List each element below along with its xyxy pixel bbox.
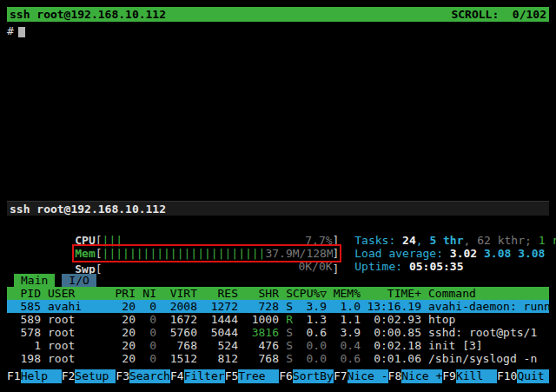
col-pid[interactable]: PID bbox=[7, 287, 41, 300]
pri-value: 20 bbox=[109, 339, 136, 352]
load-1min: 3.02 bbox=[450, 247, 477, 260]
htop-tabs: Main I/O bbox=[7, 274, 549, 287]
col-mem[interactable]: MEM% bbox=[327, 287, 361, 300]
time-value: 13:16.19 bbox=[361, 300, 421, 313]
fkey-sortby[interactable]: F6SortBy bbox=[279, 369, 334, 383]
fkey-nice-minus[interactable]: F7Nice - bbox=[334, 369, 388, 383]
cpu-value: 1.3 bbox=[293, 313, 327, 326]
col-shr[interactable]: SHR bbox=[238, 287, 279, 300]
user-value: root bbox=[48, 326, 109, 339]
fkey-search[interactable]: F3Search bbox=[116, 369, 170, 383]
process-row[interactable]: 585 avahi 20 0 2008 1272 728 S 3.9 1.0 1… bbox=[7, 300, 549, 313]
virt-value: 1672 bbox=[156, 313, 197, 326]
pid-value: 589 bbox=[7, 313, 41, 326]
tasks-count: 24 bbox=[402, 234, 416, 247]
mem-value: 0.6 bbox=[327, 352, 361, 365]
col-cpu[interactable]: CPU%▽ bbox=[293, 287, 327, 300]
command-value: init [3] bbox=[428, 339, 549, 352]
terminal-window: ssh root@192.168.10.112 SCROLL: 0/102 # … bbox=[0, 0, 556, 392]
command-value: sshd: root@pts/1 bbox=[428, 326, 549, 339]
pri-value: 20 bbox=[109, 352, 136, 365]
res-value: 812 bbox=[197, 352, 238, 365]
virt-value: 5760 bbox=[156, 326, 197, 339]
kernel-threads-count: , 62 kthr; bbox=[464, 234, 539, 247]
user-value: avahi bbox=[48, 300, 109, 313]
col-command[interactable]: Command bbox=[428, 287, 549, 300]
res-value: 1444 bbox=[197, 313, 238, 326]
user-value: root bbox=[48, 352, 109, 365]
pri-value: 20 bbox=[109, 300, 136, 313]
col-state[interactable]: S bbox=[279, 287, 293, 300]
ni-value: 0 bbox=[136, 339, 156, 352]
mem-value: 0.4 bbox=[327, 339, 361, 352]
time-value: 0:02.93 bbox=[361, 313, 421, 326]
tab-main[interactable]: Main bbox=[14, 274, 55, 287]
state-value: S bbox=[279, 326, 293, 339]
shr-value: 1000 bbox=[238, 313, 279, 326]
fkey-filter[interactable]: F4Filter bbox=[170, 369, 225, 383]
shr-value: 728 bbox=[238, 300, 279, 313]
process-row[interactable]: 1 root 20 0 768 524 476 S 0.0 0.4 0:02.1… bbox=[7, 339, 549, 352]
shell-prompt: # bbox=[7, 24, 14, 37]
col-virt[interactable]: VIRT bbox=[156, 287, 197, 300]
mem-value: 1.1 bbox=[327, 313, 361, 326]
ni-value: 0 bbox=[136, 352, 156, 365]
ni-value: 0 bbox=[136, 300, 156, 313]
command-value: avahi-daemon: running bbox=[428, 300, 549, 313]
virt-value: 2008 bbox=[156, 300, 197, 313]
col-res[interactable]: RES bbox=[197, 287, 238, 300]
ssh-session-title: ssh root@192.168.10.112 bbox=[10, 7, 166, 22]
running-count: 1 running bbox=[539, 234, 556, 247]
time-value: 0:02.18 bbox=[361, 339, 421, 352]
pid-value: 1 bbox=[7, 339, 41, 352]
res-value: 5044 bbox=[197, 326, 238, 339]
process-row[interactable]: 578 root 20 0 5760 5044 3816 S 0.6 3.9 0… bbox=[7, 326, 549, 339]
pid-value: 578 bbox=[7, 326, 41, 339]
time-value: 0:01.06 bbox=[361, 352, 421, 365]
mem-meter-bars: |||||||||||||||||||||||| bbox=[103, 247, 266, 260]
res-value: 1272 bbox=[197, 300, 238, 313]
shr-value: 3816 bbox=[238, 326, 279, 339]
shell-pane[interactable]: # bbox=[7, 22, 549, 201]
fkey-help[interactable]: F1Help bbox=[7, 369, 62, 383]
mem-value: 1.0 bbox=[327, 300, 361, 313]
user-value: root bbox=[48, 313, 109, 326]
cpu-value: 0.0 bbox=[293, 352, 327, 365]
col-pri[interactable]: PRI bbox=[109, 287, 136, 300]
ni-value: 0 bbox=[136, 313, 156, 326]
virt-value: 1512 bbox=[156, 352, 197, 365]
fkey-tree[interactable]: F5Tree bbox=[225, 369, 280, 383]
threads-count: 5 thr bbox=[429, 234, 463, 247]
pid-value: 585 bbox=[7, 300, 41, 313]
state-value: S bbox=[279, 352, 293, 365]
cpu-meter-bars: ||| bbox=[103, 234, 122, 247]
shr-value: 476 bbox=[238, 339, 279, 352]
tab-io[interactable]: I/O bbox=[62, 274, 96, 287]
cpu-value: 0.0 bbox=[293, 339, 327, 352]
load-5-15min: 3.08 3.08 bbox=[477, 247, 545, 260]
top-status-bar: ssh root@192.168.10.112 SCROLL: 0/102 bbox=[7, 7, 549, 22]
time-value: 0:00.85 bbox=[361, 326, 421, 339]
state-value: R bbox=[279, 313, 293, 326]
bottom-pane-title: ssh root@192.168.10.112 bbox=[7, 201, 549, 216]
htop-pane: CPU[|||7.7%] Mem[|||||||||||||||||||||||… bbox=[7, 216, 549, 383]
scroll-indicator: SCROLL: 0/102 bbox=[451, 7, 546, 22]
fkey-setup[interactable]: F2Setup bbox=[62, 369, 116, 383]
tasks-line: Tasks: 24, 5 thr, 62 kthr; 1 running bbox=[287, 221, 556, 234]
user-value: root bbox=[48, 339, 109, 352]
col-ni[interactable]: NI bbox=[136, 287, 156, 300]
cpu-value: 0.6 bbox=[293, 326, 327, 339]
cpu-value: 3.9 bbox=[293, 300, 327, 313]
fkey-quit[interactable]: F10Quit bbox=[497, 369, 549, 383]
col-time[interactable]: TIME+ bbox=[361, 287, 421, 300]
fkey-kill[interactable]: F9Kill bbox=[442, 369, 497, 383]
process-table-header[interactable]: PID USER PRI NI VIRT RES SHR S CPU%▽ MEM… bbox=[7, 287, 549, 300]
function-key-bar: F1Help F2Setup F3Search F4Filter F5Tree … bbox=[7, 369, 549, 383]
process-row[interactable]: 589 root 20 0 1672 1444 1000 R 1.3 1.1 0… bbox=[7, 313, 549, 326]
command-value: /sbin/syslogd -n bbox=[428, 352, 549, 365]
col-user[interactable]: USER bbox=[48, 287, 109, 300]
virt-value: 768 bbox=[156, 339, 197, 352]
fkey-nice-plus[interactable]: F8Nice + bbox=[388, 369, 443, 383]
mem-value: 3.9 bbox=[327, 326, 361, 339]
process-row[interactable]: 198 root 20 0 1512 812 768 S 0.0 0.6 0:0… bbox=[7, 352, 549, 365]
